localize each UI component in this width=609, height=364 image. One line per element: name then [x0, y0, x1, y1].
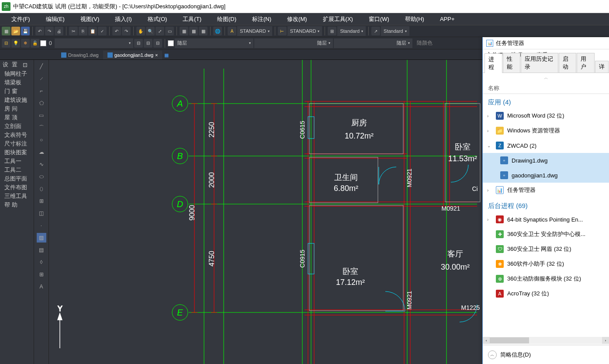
process-row-gaodongjian[interactable]: ▫ gaodongjian1.dwg — [483, 168, 609, 183]
process-row-taskmgr[interactable]: › 📊 任务管理器 — [483, 183, 609, 198]
process-row-explorer[interactable]: › 📁 Windows 资源管理器 — [483, 123, 609, 138]
close-icon[interactable]: × — [155, 52, 158, 58]
lightbulb-icon[interactable]: 💡 — [11, 39, 20, 48]
taskmgr-titlebar[interactable]: 📊 任务管理器 — [483, 37, 609, 49]
layer-iso-icon[interactable]: ⊟ — [153, 39, 162, 48]
ellipse-arc-icon[interactable]: ⬯ — [37, 184, 46, 194]
tm-tab-performance[interactable]: 性能 — [503, 53, 521, 73]
chevron-up-circle-icon[interactable]: ︿ — [488, 350, 497, 359]
undo-icon[interactable]: ↶ — [35, 27, 44, 35]
globe-icon[interactable]: 🌐 — [213, 27, 222, 35]
lineweight-dropdown[interactable]: 随层▾ — [334, 38, 412, 48]
dimstyle-dropdown[interactable]: STANDARD▾ — [287, 26, 322, 36]
mleader-style-icon[interactable]: ↗ — [371, 27, 380, 35]
taskmgr-scrollbar[interactable]: ‹ › — [483, 337, 609, 344]
menu-insert[interactable]: 插入(I) — [107, 15, 139, 23]
pin-icon[interactable]: ⊡ — [23, 62, 31, 68]
undo2-icon[interactable]: ↶ — [112, 27, 121, 35]
layer-color-swatch[interactable] — [40, 40, 46, 46]
menu-file[interactable]: 文件(F) — [3, 15, 38, 23]
color-swatch[interactable] — [168, 40, 174, 46]
process-row-360defense[interactable]: ⊕ 360主动防御服务模块 (32 位) — [483, 271, 609, 286]
process-row-drawing1[interactable]: ▫ Drawing1.dwg — [483, 153, 609, 168]
copy-icon[interactable]: ⎘ — [79, 27, 87, 35]
menu-tools[interactable]: 工具(T) — [175, 15, 209, 23]
layer-dropdown[interactable]: ▾ — [55, 38, 133, 48]
block-icon[interactable]: ◫ — [37, 208, 46, 218]
menu-view[interactable]: 视图(V) — [73, 15, 107, 23]
process-row-acrotray[interactable]: A AcroTray (32 位) — [483, 286, 609, 301]
new-icon[interactable]: ▦ — [2, 27, 10, 35]
menu-ext[interactable]: 扩展工具(X) — [315, 15, 361, 23]
revcloud-icon[interactable]: ☁ — [37, 147, 46, 157]
gradient-icon[interactable]: ▤ — [37, 245, 46, 255]
panel-item-roof[interactable]: 屋 顶 — [0, 113, 34, 122]
layer-states-icon[interactable]: ⊟ — [134, 39, 143, 48]
panel-item-wall[interactable]: 墙梁板 — [0, 78, 34, 87]
scroll-right-icon[interactable]: › — [602, 337, 609, 344]
tm-tab-users[interactable]: 用户 — [577, 53, 595, 73]
print-icon[interactable]: 🖨 — [55, 27, 63, 35]
process-row-word[interactable]: › W Microsoft Word (32 位) — [483, 108, 609, 123]
menu-app[interactable]: APP+ — [432, 16, 463, 22]
tm-tab-apphistory[interactable]: 应用历史记录 — [521, 53, 558, 73]
mleaderstyle-dropdown[interactable]: Standard▾ — [381, 26, 409, 36]
panel-item-3d[interactable]: 三维工具 — [0, 192, 34, 201]
layer-icon[interactable]: ⊟ — [2, 39, 10, 48]
spline-icon[interactable]: ∿ — [37, 159, 46, 169]
tab-new[interactable]: ▦ — [162, 51, 171, 59]
open-icon[interactable]: 📂 — [11, 27, 20, 35]
dim-style-icon[interactable]: ⊢ — [278, 27, 287, 35]
arc-icon[interactable]: ⌒ — [37, 123, 46, 132]
rect-icon[interactable]: ▭ — [37, 111, 46, 120]
panel-item-section[interactable]: 立剖面 — [0, 122, 34, 131]
process-row-360shield[interactable]: 🛡 360安全卫士 网盾 (32 位) — [483, 242, 609, 257]
point-icon[interactable]: · — [37, 221, 46, 230]
process-row-360safe[interactable]: ✚ 360安全卫士 安全防护中心模... — [483, 227, 609, 242]
tablestyle-dropdown[interactable]: Standard▾ — [337, 26, 366, 36]
zoom-ext-icon[interactable]: ⤢ — [156, 27, 164, 35]
freeze-icon[interactable]: ❄ — [21, 39, 30, 48]
paste-icon[interactable]: 📋 — [88, 27, 97, 35]
panel-item-text[interactable]: 文表符号 — [0, 131, 34, 139]
panel-item-door[interactable]: 门 窗 — [0, 87, 34, 96]
polygon-icon[interactable]: ⬠ — [37, 98, 46, 108]
table-style-icon[interactable]: ⊞ — [328, 27, 336, 35]
tab-drawing1[interactable]: Drawing1.dwg — [57, 51, 103, 59]
circle-icon[interactable]: ○ — [37, 135, 46, 145]
process-row-zwcad[interactable]: ⌄ Z ZWCAD (2) — [483, 138, 609, 153]
linetype-dropdown[interactable]: 随层▾ — [254, 38, 333, 48]
panel-item-tool1[interactable]: 工具一 — [0, 157, 34, 166]
color-dropdown[interactable]: 随层▾ — [175, 38, 253, 48]
zoom-win-icon[interactable]: ▭ — [165, 27, 174, 35]
table-icon[interactable]: ⊞ — [37, 270, 46, 279]
scroll-left-icon[interactable]: ‹ — [483, 337, 490, 344]
panel-item-tool2[interactable]: 工具二 — [0, 166, 34, 174]
grid2-icon[interactable]: ▦ — [189, 27, 198, 35]
pline-icon[interactable]: ⌐ — [37, 86, 46, 96]
tm-tab-startup[interactable]: 启动 — [559, 53, 577, 73]
match-icon[interactable]: ✓ — [98, 27, 107, 35]
zoom-icon[interactable]: 🔍 — [146, 27, 155, 35]
insert-icon[interactable]: ⊞ — [37, 196, 46, 206]
panel-item-siteplan[interactable]: 总图平面 — [0, 174, 34, 183]
column-header-name[interactable]: 名称 — [483, 83, 609, 94]
menu-help[interactable]: 帮助(H) — [397, 15, 432, 23]
panel-item-facility[interactable]: 建筑设施 — [0, 96, 34, 104]
lock-icon[interactable]: 🔓 — [31, 39, 39, 48]
save-icon[interactable]: 💾 — [21, 27, 30, 35]
menu-dim[interactable]: 标注(N) — [244, 15, 279, 23]
panel-item-room[interactable]: 房 间 — [0, 104, 34, 113]
ellipse-icon[interactable]: ⬭ — [37, 172, 46, 181]
cut-icon[interactable]: ✂ — [69, 27, 78, 35]
mtext-icon[interactable]: A — [37, 282, 46, 291]
menu-window[interactable]: 窗口(W) — [361, 15, 397, 23]
grid3-icon[interactable]: ▦ — [199, 27, 208, 35]
ray-icon[interactable]: ⟋ — [37, 74, 46, 83]
scrollbar-thumb[interactable] — [490, 337, 529, 343]
textstyle-dropdown[interactable]: STANDARD▾ — [237, 26, 272, 36]
panel-item-help[interactable]: 帮 助 — [0, 201, 34, 209]
layer-prev-icon[interactable]: ⊟ — [144, 39, 152, 48]
region-icon[interactable]: ◊ — [37, 257, 46, 267]
less-details-link[interactable]: 简略信息(D) — [500, 351, 531, 359]
